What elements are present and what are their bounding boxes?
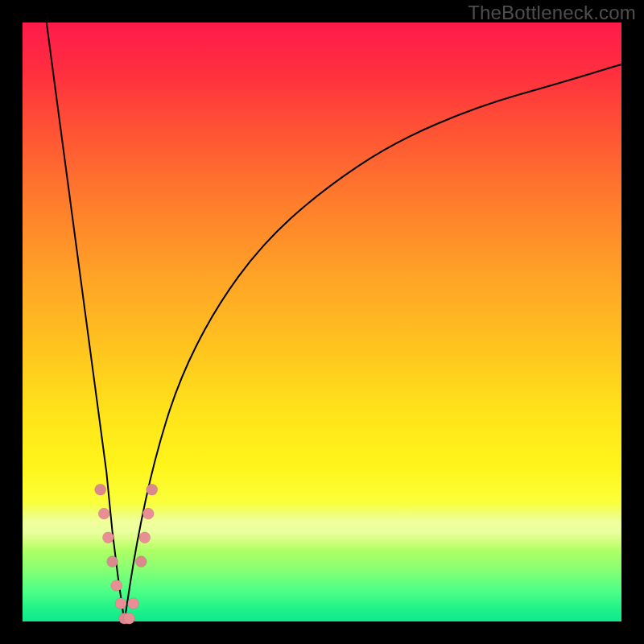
data-marker <box>102 532 114 543</box>
data-marker <box>107 556 118 568</box>
data-marker <box>139 532 151 543</box>
watermark-text: TheBottleneck.com <box>468 2 636 24</box>
data-marker <box>128 598 139 609</box>
data-marker <box>123 613 134 624</box>
data-marker <box>147 484 158 495</box>
data-marker <box>142 508 154 519</box>
chart-frame: TheBottleneck.com <box>0 0 644 644</box>
data-marker <box>115 598 126 609</box>
curve-layer <box>23 23 621 621</box>
data-marker <box>111 580 122 591</box>
bottleneck-curve-right <box>125 64 622 621</box>
data-marker <box>135 556 147 568</box>
plot-area <box>23 23 621 621</box>
bottleneck-curve-left <box>47 23 125 621</box>
data-marker <box>98 508 109 519</box>
marker-cluster <box>95 484 158 624</box>
data-marker <box>95 484 106 495</box>
